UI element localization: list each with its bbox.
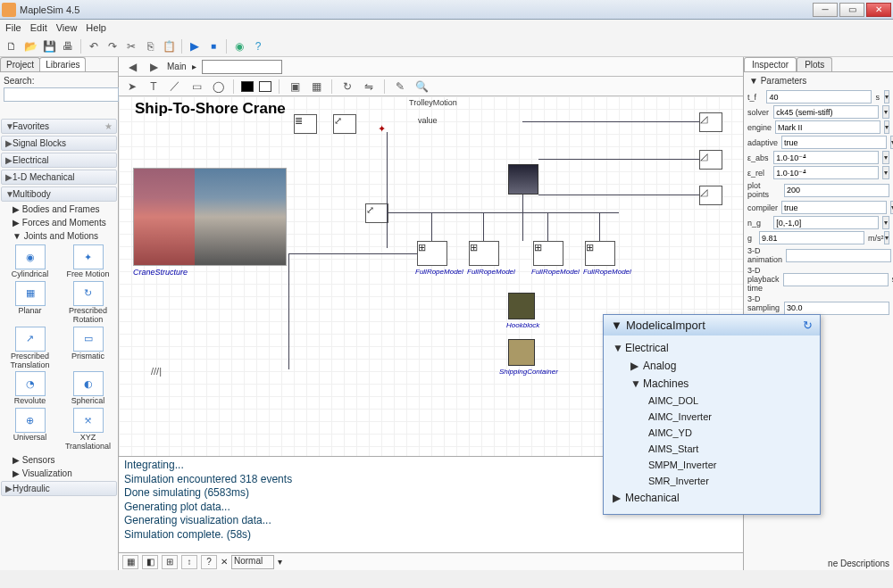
dropdown-icon[interactable]: ▾ [882,166,889,179]
dropdown-icon[interactable]: ▾ [884,231,889,244]
sub-joints-motions[interactable]: ▼ Joints and Motions [0,229,118,243]
ramp-block-2[interactable]: ⤢ [365,203,388,223]
universal-icon[interactable]: ⊕ [15,408,46,433]
cylindrical-icon[interactable]: ◉ [15,244,46,269]
param-compiler[interactable] [781,201,887,214]
param-playback[interactable] [783,273,889,286]
modelica-item[interactable]: AIMC_Inverter [604,409,820,425]
ungroup-icon[interactable]: ▦ [308,79,324,95]
param-engine[interactable] [775,120,880,134]
modelica-item[interactable]: AIMS_Start [604,441,820,457]
cat-hydraulic[interactable]: ▶Hydraulic [1,481,117,496]
modelica-analog[interactable]: ▶Analog [604,357,820,375]
status-btn-3[interactable]: ⊞ [162,555,178,569]
stop-icon[interactable]: ■ [205,38,221,54]
cat-electrical[interactable]: ▶Electrical [1,153,117,168]
param-erel[interactable] [773,166,879,179]
container-photo[interactable] [508,339,535,366]
modelica-item[interactable]: AIMC_DOL [604,393,820,409]
fullrope-1[interactable]: ⊞ [417,241,447,266]
refresh-icon[interactable]: ↻ [803,319,813,332]
cat-1d-mechanical[interactable]: ▶1-D Mechanical [1,170,117,185]
param-anim3d[interactable] [786,249,891,262]
param-tf[interactable] [766,90,872,104]
param-solver[interactable] [773,105,879,119]
fullrope-4[interactable]: ⊞ [585,241,615,266]
paste-icon[interactable]: 📋 [161,38,177,54]
status-btn-4[interactable]: ↕ [181,555,197,569]
modelica-item[interactable]: SMR_Inverter [604,473,820,489]
prismatic-icon[interactable]: ▭ [73,327,104,352]
status-btn-5[interactable]: ? [201,555,217,569]
sub-bodies-frames[interactable]: ▶ Bodies and Frames [0,203,118,216]
scope-2[interactable]: ◿ [699,150,722,170]
param-plotpoints[interactable] [784,184,889,197]
nav-back-icon[interactable]: ◀ [124,59,140,75]
rotate-icon[interactable]: ↻ [339,79,355,95]
cat-favorites[interactable]: ▼Favorites★ [1,119,117,134]
copy-icon[interactable]: ⎘ [142,38,158,54]
open-icon[interactable]: 📂 [22,38,38,54]
print-icon[interactable]: 🖶 [60,38,76,54]
sub-sensors[interactable]: ▶ Sensors [0,453,118,467]
canvas-path-combo[interactable] [202,60,282,74]
menu-view[interactable]: View [56,22,78,33]
flip-icon[interactable]: ⇋ [361,79,377,95]
annotation-block[interactable]: ≣ [294,114,317,134]
menu-file[interactable]: File [5,22,21,33]
tab-plots[interactable]: Plots [797,57,832,71]
undo-icon[interactable]: ↶ [86,38,102,54]
modelica-item[interactable]: AIMC_YD [604,425,820,441]
pointer-icon[interactable]: ➤ [124,79,140,95]
dropdown-icon[interactable]: ▾ [884,90,889,104]
revolute-icon[interactable]: ◔ [15,371,46,396]
modelica-machines[interactable]: ▼Machines [604,375,820,393]
sub-forces-moments[interactable]: ▶ Forces and Moments [0,216,118,229]
fgcolor-swatch[interactable] [241,81,254,92]
maximize-button[interactable]: ▭ [839,3,864,17]
crane-image[interactable] [133,168,287,266]
rect-icon[interactable]: ▭ [188,79,204,95]
scope-3[interactable]: ◿ [699,186,722,205]
nav-fwd-icon[interactable]: ▶ [146,59,162,75]
fullrope-3[interactable]: ⊞ [533,241,563,266]
modelica-import-panel[interactable]: ▼ModelicaImport ↻ ▼Electrical ▶Analog ▼M… [603,314,821,515]
ellipse-icon[interactable]: ◯ [210,79,226,95]
scope-1[interactable]: ◿ [699,112,722,132]
xyz-icon[interactable]: ⤧ [73,408,104,433]
sub-visualization[interactable]: ▶ Visualization [0,467,118,480]
tab-project[interactable]: Project [0,57,40,71]
prescribedtrans-icon[interactable]: ↗ [15,327,46,352]
group-icon[interactable]: ▣ [287,79,303,95]
prescribedrot-icon[interactable]: ↻ [73,281,104,306]
status-btn-1[interactable]: ▦ [122,555,138,569]
param-g[interactable] [759,231,864,244]
text-icon[interactable]: T [146,79,162,95]
help-icon[interactable]: ? [250,38,266,54]
close-button[interactable]: ✕ [866,3,891,17]
new-icon[interactable]: 🗋 [4,38,20,54]
menu-edit[interactable]: Edit [30,22,47,33]
dropdown-icon[interactable]: ▾ [884,120,889,134]
play-icon[interactable]: ▶ [187,38,203,54]
planar-icon[interactable]: ▦ [15,281,46,306]
cat-multibody[interactable]: ▼Multibody [1,186,117,202]
dropdown-icon[interactable]: ▾ [882,105,889,119]
modelica-mechanical[interactable]: ▶Mechanical [604,489,820,507]
bgcolor-swatch[interactable] [259,81,271,92]
search-input[interactable] [4,87,119,102]
zoom-icon[interactable]: 🔍 [413,79,430,95]
tab-libraries[interactable]: Libraries [39,57,86,71]
param-ng[interactable] [773,216,879,229]
cat-signal-blocks[interactable]: ▶Signal Blocks [1,136,117,151]
canvas-tab-main[interactable]: Main [167,62,187,71]
dropdown-icon[interactable]: ▾ [882,151,889,164]
menu-help[interactable]: Help [86,22,106,33]
param-adaptive[interactable] [781,136,887,149]
status-btn-2[interactable]: ◧ [142,555,158,569]
modelica-panel-header[interactable]: ▼ModelicaImport ↻ [604,315,820,335]
param-sampling[interactable] [784,302,889,315]
dropdown-icon[interactable]: ▾ [882,216,889,229]
ramp-block[interactable]: ⤢ [333,114,356,134]
freemotion-icon[interactable]: ✦ [73,244,104,269]
